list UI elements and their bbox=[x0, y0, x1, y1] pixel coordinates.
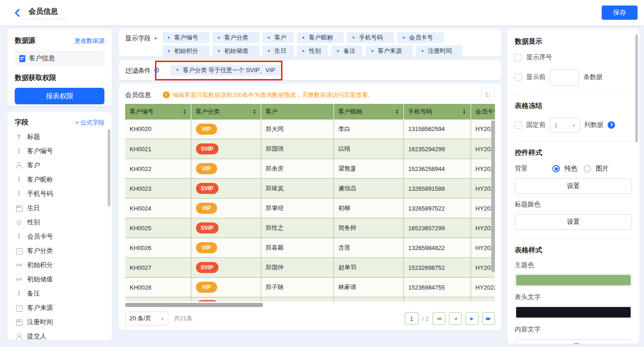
title-color-label: 标题颜色 bbox=[515, 200, 632, 209]
fields-scrollbar[interactable] bbox=[108, 129, 110, 206]
settings-scrollbar[interactable] bbox=[635, 34, 638, 142]
table-row[interactable]: KH0023 SVIP 郑绪岚 虞信品 13265891588 HY2022 bbox=[125, 179, 495, 199]
table-row[interactable]: KH0028 VIP 郑子聃 林豪谱 15236984755 HY2022 bbox=[125, 278, 495, 297]
page-title-editable[interactable]: 会员信息 bbox=[28, 6, 66, 19]
preview-table: 客户编号▲▼ 客户分类▲▼ 客户 客户昵称▲▼ 手机号码▲▼ 会员卡号 KH00… bbox=[125, 104, 495, 302]
gear-icon[interactable]: ⚙ bbox=[154, 66, 160, 74]
page-size-select[interactable]: 20 条/页 ∨ bbox=[125, 312, 168, 325]
title-color-set-button[interactable]: 设置 bbox=[515, 214, 632, 230]
table-row-partial[interactable]: SVIP bbox=[125, 297, 495, 302]
col-header-category[interactable]: 客户分类▲▼ bbox=[191, 104, 261, 119]
total-count: 共21条 bbox=[174, 314, 192, 323]
field-chip[interactable]: 生日 bbox=[263, 46, 294, 57]
col-header-member-card[interactable]: 会员卡号 bbox=[471, 104, 495, 119]
datasource-item[interactable]: 客户信息 bbox=[15, 51, 104, 66]
save-button[interactable]: 保存 bbox=[602, 6, 638, 20]
back-icon[interactable] bbox=[12, 8, 22, 18]
change-datasource-link[interactable]: 更改数据源 bbox=[75, 37, 104, 45]
settings-panel: 数据显示 显示序号 显示前 条数据 表格冻结 固定前 1 ∨ 列数据 ? 控件样… bbox=[507, 29, 639, 344]
prev-page-button[interactable]: ◀ bbox=[449, 312, 462, 325]
sort-icon[interactable]: ▲▼ bbox=[183, 109, 186, 114]
text-icon bbox=[15, 190, 23, 198]
report-permission-button[interactable]: 报表权限 bbox=[15, 88, 104, 104]
field-item-register-time[interactable]: 注册时间 bbox=[15, 315, 104, 329]
freeze-checkbox[interactable] bbox=[515, 121, 522, 129]
select-icon bbox=[15, 247, 23, 255]
field-item-source[interactable]: 客户来源 bbox=[15, 301, 104, 315]
show-first-checkbox[interactable] bbox=[515, 74, 522, 81]
sort-icon[interactable]: ▲▼ bbox=[463, 109, 466, 114]
field-chip[interactable]: 客户来源 bbox=[366, 46, 413, 57]
field-chip[interactable]: 性别 bbox=[297, 46, 328, 57]
image-label: 图片 bbox=[596, 165, 609, 173]
freeze-count-select[interactable]: 1 ∨ bbox=[550, 118, 580, 132]
field-item-phone[interactable]: 手机号码 bbox=[15, 187, 104, 201]
field-item-init-balance[interactable]: 初始储值 bbox=[15, 272, 104, 286]
table-row[interactable]: KH0026 VIP 郑嘉颖 含莲 13265984822 HY2022 bbox=[125, 238, 495, 258]
field-chip[interactable]: 客户 bbox=[263, 32, 294, 43]
filter-condition-chip[interactable]: 客户分类 等于任意一个 SVIP、VIP bbox=[171, 65, 282, 76]
table-row[interactable]: KH0027 SVIP 郑国仲 赵单羽 15232698752 HY2022 bbox=[125, 258, 495, 278]
field-item-title[interactable]: 标题 bbox=[15, 130, 104, 144]
solid-color-radio[interactable] bbox=[552, 165, 560, 172]
data-permission-title: 数据获取权限 bbox=[15, 74, 104, 82]
category-pill: SVIP bbox=[196, 300, 218, 301]
data-display-title: 数据显示 bbox=[515, 37, 632, 46]
background-set-button[interactable]: 设置 bbox=[515, 178, 632, 194]
table-row[interactable]: KH0020 VIP 郑大同 李白 13158562594 HY2023 bbox=[125, 119, 495, 139]
table-row[interactable]: KH0021 SVIP 郑国强 以晴 16235294299 HY2022 bbox=[125, 139, 495, 159]
field-item-remark[interactable]: 备注 bbox=[15, 286, 104, 301]
field-chip[interactable]: 备注 bbox=[331, 46, 362, 57]
calendar-icon bbox=[15, 205, 23, 212]
field-chip[interactable]: 初始储值 bbox=[213, 46, 259, 57]
content-text-set-button[interactable]: 设置 bbox=[515, 339, 632, 344]
sort-icon[interactable]: ▲▼ bbox=[396, 109, 399, 114]
next-page-button[interactable]: ▶ bbox=[466, 312, 478, 325]
col-header-nickname[interactable]: 客户昵称▲▼ bbox=[334, 104, 403, 119]
datasource-panel: 数据源 更改数据源 客户信息 数据获取权限 报表权限 bbox=[7, 29, 112, 106]
current-page-input[interactable]: 1 bbox=[405, 312, 419, 325]
field-item-customer[interactable]: 客户 bbox=[15, 158, 104, 172]
field-item-birthday[interactable]: 生日 bbox=[15, 201, 104, 215]
fields-panel: 字段 + 公式字段 标题 客户编号 客户 客户昵称 手机号码 生日 性别 会员卡… bbox=[7, 112, 112, 340]
field-item-customer-no[interactable]: 客户编号 bbox=[15, 144, 104, 158]
member-info-editor: 会员信息 保存 数据源 更改数据源 客户信息 数据获取权限 报表权限 字段 + … bbox=[0, 0, 644, 347]
theme-color-swatch[interactable] bbox=[515, 273, 632, 287]
text-icon bbox=[15, 290, 23, 297]
sort-tool-button[interactable]: 1↓ bbox=[481, 87, 495, 101]
table-row[interactable]: KH0024 VIP 郑肇经 初柳 13265897522 HY2022 bbox=[125, 199, 495, 218]
field-chip[interactable]: 客户昵称 bbox=[297, 32, 344, 43]
field-chip[interactable]: 客户分类 bbox=[213, 32, 259, 43]
text-icon bbox=[15, 176, 23, 183]
field-chip[interactable]: 注册时间 bbox=[416, 46, 463, 57]
add-formula-field-link[interactable]: + 公式字段 bbox=[75, 119, 104, 127]
col-header-customer[interactable]: 客户 bbox=[261, 104, 334, 119]
category-pill: SVIP bbox=[196, 222, 218, 233]
table-vertical-scrollbar[interactable] bbox=[491, 120, 495, 272]
sort-icon[interactable]: ▲▼ bbox=[253, 109, 256, 114]
header-text-color-swatch[interactable] bbox=[515, 306, 632, 319]
field-item-nickname[interactable]: 客户昵称 bbox=[15, 172, 104, 187]
field-chip[interactable]: 初始积分 bbox=[162, 46, 209, 57]
field-chip[interactable]: 手机号码 bbox=[347, 32, 394, 43]
field-item-gender[interactable]: 性别 bbox=[15, 215, 104, 229]
question-icon[interactable]: ? bbox=[608, 121, 615, 129]
field-item-member-card[interactable]: 会员卡号 bbox=[15, 229, 104, 244]
category-pill: SVIP bbox=[196, 183, 218, 194]
show-index-checkbox[interactable] bbox=[515, 54, 522, 61]
field-chip[interactable]: 客户编号 bbox=[162, 32, 209, 43]
field-item-category[interactable]: 客户分类 bbox=[15, 244, 104, 258]
table-row[interactable]: KH0022 VIP 郑余庆 梁敦厦 15236258944 HY2022 bbox=[125, 159, 495, 179]
add-display-field-icon[interactable]: + bbox=[154, 32, 158, 53]
table-horizontal-scrollbar[interactable] bbox=[125, 303, 263, 307]
image-radio[interactable] bbox=[584, 165, 591, 172]
col-header-phone[interactable]: 手机号码▲▼ bbox=[403, 104, 471, 119]
field-chip[interactable]: 会员卡号 bbox=[397, 32, 444, 43]
show-first-count-input[interactable] bbox=[550, 69, 579, 85]
col-header-customer-no[interactable]: 客户编号▲▼ bbox=[125, 104, 191, 119]
table-row[interactable]: KH0025 SVIP 郑性之 简务帅 16523657299 HY2022 bbox=[125, 218, 495, 238]
field-item-init-points[interactable]: 初始积分 bbox=[15, 258, 104, 272]
last-page-button[interactable]: ▶▶ bbox=[482, 312, 495, 325]
field-item-submitter[interactable]: 提交人 bbox=[15, 329, 104, 340]
first-page-button[interactable]: ◀◀ bbox=[432, 312, 445, 325]
